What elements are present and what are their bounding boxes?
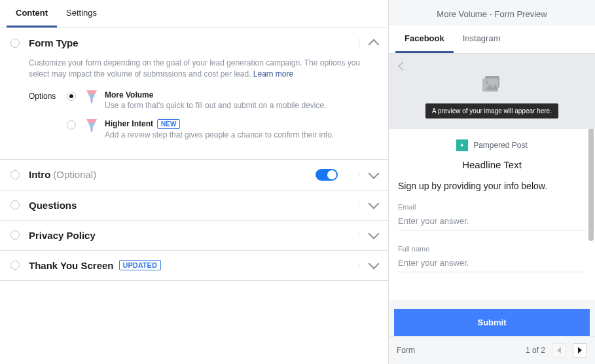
back-icon[interactable] [398, 62, 407, 71]
option-higher-intent-sub: Add a review step that gives people a ch… [105, 130, 378, 139]
preview-scroll[interactable]: A preview of your image will appear here… [389, 54, 595, 309]
section-intro-header[interactable]: Intro (Optional) [0, 160, 388, 190]
tab-content[interactable]: Content [7, 0, 57, 27]
section-thank-you: Thank You Screen UPDATED [0, 251, 388, 281]
funnel-icon [85, 119, 98, 135]
radio-higher-intent[interactable] [67, 120, 76, 130]
preview-title: More Volume - Form Preview [389, 0, 595, 26]
section-radio-form-type [10, 39, 20, 48]
section-privacy-header[interactable]: Privacy Policy [0, 221, 388, 250]
section-radio-privacy [10, 230, 20, 240]
section-questions-header[interactable]: Questions [0, 191, 388, 220]
svg-point-8 [486, 81, 488, 84]
svg-marker-4 [88, 123, 95, 127]
learn-more-link[interactable]: Learn more [253, 69, 293, 79]
preview-hero: A preview of your image will appear here… [389, 54, 595, 129]
chevron-down-icon[interactable] [369, 228, 380, 240]
preview-form: ✦ Pampered Post Headline Text Sign up by… [389, 129, 595, 300]
submit-button[interactable]: Submit [394, 309, 590, 336]
option-higher-intent-title: Higher Intent NEW [105, 119, 378, 129]
signup-text: Sign up by providing your info below. [398, 181, 586, 191]
section-privacy: Privacy Policy [0, 221, 388, 251]
preview-image-banner: A preview of your image will appear here… [425, 103, 558, 118]
option-more-volume-title: More Volume [105, 90, 378, 100]
section-radio-thankyou [10, 261, 20, 270]
svg-marker-2 [90, 98, 93, 103]
fullname-label: Full name [398, 245, 586, 253]
triangle-right-icon [578, 347, 582, 354]
svg-marker-1 [88, 94, 95, 98]
pager-prev-button[interactable] [552, 343, 566, 357]
chevron-up-icon[interactable] [369, 39, 380, 50]
tab-settings[interactable]: Settings [57, 0, 106, 27]
email-label: Email [398, 203, 586, 211]
svg-marker-0 [86, 90, 97, 94]
page-indicator: 1 of 2 [526, 346, 545, 355]
preview-tab-facebook[interactable]: Facebook [395, 26, 454, 53]
section-intro: Intro (Optional) [0, 160, 388, 191]
brand-logo: ✦ [456, 139, 468, 151]
triangle-left-icon [557, 347, 561, 354]
form-type-description: Customize your form depending on the goa… [29, 58, 378, 80]
preview-tabs: Facebook Instagram [389, 26, 595, 54]
section-radio-questions [10, 200, 20, 209]
section-radio-intro [10, 170, 20, 179]
preview-headline: Headline Text [398, 159, 586, 170]
section-title-form-type: Form Type [29, 37, 79, 48]
preview-footer: Form 1 of 2 [389, 336, 595, 364]
funnel-icon [85, 90, 98, 106]
footer-label: Form [397, 346, 415, 355]
image-placeholder-icon [482, 76, 502, 93]
badge-updated: UPDATED [119, 260, 161, 270]
option-more-volume-sub: Use a form that's quick to fill out and … [105, 101, 378, 110]
chevron-down-icon[interactable] [369, 259, 380, 270]
section-thankyou-header[interactable]: Thank You Screen UPDATED [0, 251, 388, 280]
section-form-type: Form Type Customize your form depending … [0, 28, 388, 160]
brand-name: Pampered Post [473, 141, 528, 150]
chevron-down-icon[interactable] [369, 168, 380, 179]
email-field[interactable] [398, 212, 586, 230]
svg-marker-5 [90, 127, 93, 132]
main-tabs: Content Settings [0, 0, 388, 28]
badge-new: NEW [157, 119, 180, 129]
intro-toggle[interactable] [316, 169, 338, 181]
svg-marker-3 [86, 119, 97, 123]
section-questions: Questions [0, 191, 388, 221]
pager-next-button[interactable] [573, 343, 587, 357]
section-form-type-header[interactable]: Form Type [0, 28, 388, 58]
preview-tab-instagram[interactable]: Instagram [454, 26, 510, 53]
chevron-down-icon[interactable] [369, 198, 380, 209]
radio-more-volume[interactable] [67, 92, 76, 101]
options-label: Options [29, 90, 67, 101]
fullname-field[interactable] [398, 254, 586, 272]
